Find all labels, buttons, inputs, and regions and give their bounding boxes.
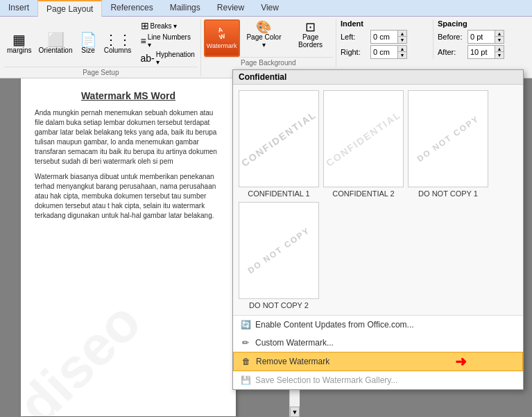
wm-donotcopy1-label: DO NOT COPY 1 (418, 189, 478, 198)
page-borders-label: Page Borders (290, 33, 331, 49)
dropdown-menu: 🔄 Enable Content Updates from Office.com… (233, 315, 523, 389)
custom-watermark-icon: ✏ (240, 337, 251, 348)
document-page: Watermark MS Word Anda mungkin pernah me… (21, 76, 236, 416)
wm-donotcopy2-label: DO NOT COPY 2 (249, 301, 309, 309)
enable-content-icon: 🔄 (240, 319, 251, 330)
tab-page-layout[interactable]: Page Layout (37, 0, 102, 17)
spacing-before-input[interactable] (468, 32, 495, 42)
margins-button[interactable]: ▦ margins (4, 31, 35, 56)
arrow-indicator: ➜ (455, 353, 467, 370)
tab-mailings[interactable]: Mailings (162, 0, 209, 16)
watermark-item-do-not-copy2[interactable]: DO NOT COPY DO NOT COPY 2 (239, 202, 319, 309)
indent-left-label: Left: (341, 33, 368, 41)
tab-insert[interactable]: Insert (0, 0, 37, 16)
spacing-before-label: Before: (438, 33, 465, 41)
page-color-label: Page Color ▾ (245, 33, 284, 49)
paragraph-1: Anda mungkin pernah menemukan sebuah dok… (35, 108, 222, 167)
indent-title: Indent (341, 19, 429, 28)
paragraph-2: Watermark biasanya dibuat untuk memberik… (35, 172, 222, 221)
remove-watermark-icon: 🗑 (241, 356, 252, 367)
spacing-after-input[interactable] (468, 47, 495, 57)
size-label: Size (81, 46, 94, 54)
spacing-after-up[interactable]: ▲ (495, 46, 504, 52)
save-selection-icon: 💾 (240, 375, 251, 386)
line-numbers-button[interactable]: ≡ Line Numbers ▾ (139, 33, 198, 49)
watermark-item-confidential1[interactable]: CONFIDENTIAL CONFIDENTIAL 1 (239, 90, 319, 198)
page-title: Watermark MS Word (35, 90, 222, 101)
hyphenation-button[interactable]: ab‐ Hyphenation ▾ (139, 50, 198, 67)
indent-right-label: Right: (341, 48, 368, 56)
enable-content-label: Enable Content Updates from Office.com..… (255, 320, 414, 330)
custom-watermark-menu-item[interactable]: ✏ Custom Watermark... (233, 334, 523, 352)
watermark-dropdown: Confidential CONFIDENTIAL CONFIDENTIAL 1… (232, 69, 524, 390)
page-borders-button[interactable]: ⊡ Page Borders (288, 19, 333, 50)
ribbon-tabs: Insert Page Layout References Mailings R… (0, 0, 532, 17)
breaks-group: ⊞ Breaks ▾ ≡ Line Numbers ▾ ab‐ Hyphenat… (139, 19, 198, 67)
watermark-label: Watermark (207, 42, 237, 49)
scroll-down-button[interactable]: ▼ (290, 407, 300, 417)
indent-right-down[interactable]: ▼ (397, 52, 406, 58)
wm-confidential1-label: CONFIDENTIAL 1 (248, 189, 309, 198)
indent-left-up[interactable]: ▲ (397, 31, 406, 37)
wm-donotcopy2-text: DO NOT COPY (246, 225, 312, 275)
indent-right-up[interactable]: ▲ (397, 46, 406, 52)
indent-right-input[interactable] (371, 47, 397, 57)
margins-label: margins (7, 46, 32, 54)
watermark-item-confidential2[interactable]: CONFIDENTIAL CONFIDENTIAL 2 (323, 90, 404, 198)
page-setup-label: Page Setup (4, 67, 198, 76)
wm-confidential1-text: CONFIDENTIAL (239, 109, 318, 169)
dropdown-header: Confidential (233, 70, 523, 85)
breaks-button[interactable]: ⊞ Breaks ▾ (139, 19, 198, 32)
tab-view[interactable]: View (252, 0, 287, 16)
spacing-title: Spacing (438, 19, 526, 28)
columns-button[interactable]: ⋮⋮ Columns (101, 31, 135, 56)
spacing-after-down[interactable]: ▼ (495, 52, 504, 58)
tab-references[interactable]: References (102, 0, 161, 16)
orientation-label: Orientation (39, 46, 73, 54)
spacing-after-label: After: (438, 48, 465, 56)
ribbon-body: ▦ margins ⬜ Orientation 📄 Size (0, 17, 532, 78)
tab-review[interactable]: Review (209, 0, 252, 16)
spacing-before-down[interactable]: ▼ (495, 37, 504, 43)
size-button[interactable]: 📄 Size (77, 31, 100, 56)
custom-watermark-label: Custom Watermark... (255, 338, 334, 348)
enable-content-menu-item[interactable]: 🔄 Enable Content Updates from Office.com… (233, 316, 523, 334)
page-watermark-text: diseo (21, 290, 153, 416)
watermark-grid: CONFIDENTIAL CONFIDENTIAL 1 CONFIDENTIAL… (233, 85, 523, 315)
watermark-button[interactable]: AW Watermark (204, 19, 240, 57)
wm-confidential2-label: CONFIDENTIAL 2 (332, 189, 394, 198)
columns-label: Columns (104, 46, 131, 54)
spacing-before-up[interactable]: ▲ (495, 31, 504, 37)
wm-confidential2-text: CONFIDENTIAL (324, 109, 403, 169)
page-color-button[interactable]: 🎨 Page Color ▾ (243, 19, 286, 50)
save-selection-label: Save Selection to Watermark Gallery... (255, 375, 397, 385)
save-selection-menu-item: 💾 Save Selection to Watermark Gallery... (233, 371, 523, 389)
indent-left-down[interactable]: ▼ (397, 37, 406, 43)
indent-left-input[interactable] (371, 32, 397, 42)
page-background-label: Page Background (204, 57, 333, 67)
remove-watermark-menu-item[interactable]: ➜ 🗑 Remove Watermark (233, 352, 523, 371)
orientation-button[interactable]: ⬜ Orientation (36, 31, 76, 56)
watermark-item-do-not-copy1[interactable]: DO NOT COPY DO NOT COPY 1 (408, 90, 488, 198)
remove-watermark-label: Remove Watermark (256, 357, 329, 366)
wm-donotcopy1-text: DO NOT COPY (415, 114, 481, 164)
